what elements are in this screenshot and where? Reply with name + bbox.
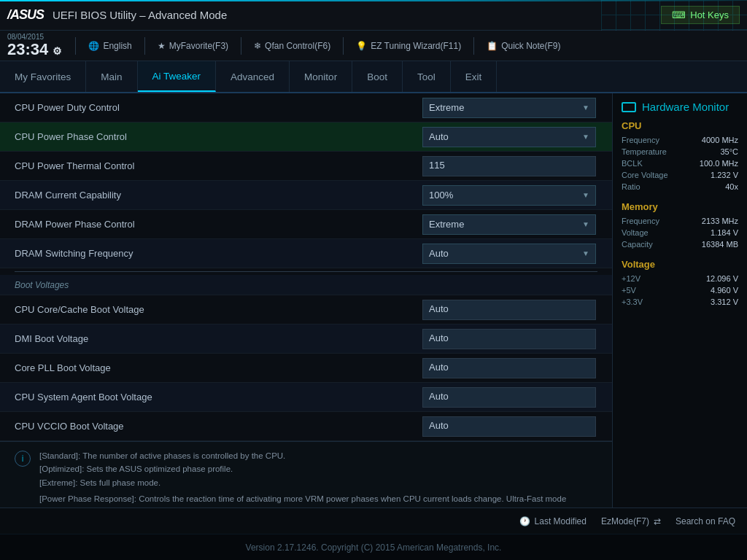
dram-switching-frequency-dropdown[interactable]: Auto ▼ (422, 244, 596, 264)
globe-icon: 🌐 (88, 41, 99, 51)
cpu-vccio-boot-voltage-row: CPU VCCIO Boot Voltage Auto (0, 412, 612, 441)
info-line-0: [Standard]: The number of active phases … (39, 449, 597, 462)
tab-ai-tweaker[interactable]: Ai Tweaker (138, 61, 217, 92)
tab-main[interactable]: Main (86, 61, 137, 92)
my-favorite-button[interactable]: ★ MyFavorite(F3) (151, 37, 235, 55)
dmi-boot-value: Auto (429, 332, 449, 343)
arrows-icon: ⇄ (654, 516, 661, 526)
dram-current-capability-control: 100% ▼ (422, 185, 597, 206)
language-selector[interactable]: 🌐 English (82, 37, 138, 55)
chevron-down-icon: ▼ (582, 220, 589, 228)
tab-main-label: Main (101, 71, 122, 82)
tab-ai-tweaker-label: Ai Tweaker (152, 71, 201, 82)
language-label: English (103, 41, 131, 51)
cpu-power-phase-control-row: CPU Power Phase Control Auto ▼ (0, 122, 612, 152)
ez-tuning-button[interactable]: 💡 EZ Tuning Wizard(F11) (349, 37, 468, 55)
dram-power-phase-control-row: DRAM Power Phase Control Extreme ▼ (0, 210, 612, 239)
tab-my-favorites-label: My Favorites (15, 71, 71, 82)
voltage-3v3-value: 3.312 V (711, 298, 738, 306)
dram-switching-frequency-row: DRAM Switching Frequency Auto ▼ (0, 239, 612, 268)
memory-capacity-label: Capacity (622, 240, 653, 249)
cpu-core-voltage-row: Core Voltage 1.232 V (622, 171, 738, 179)
core-pll-boot-voltage-control: Auto (422, 358, 597, 378)
memory-capacity-value: 16384 MB (702, 240, 738, 249)
tab-exit[interactable]: Exit (451, 61, 498, 92)
info-icon: i (15, 451, 31, 467)
tab-monitor[interactable]: Monitor (290, 61, 352, 92)
dram-current-capability-row: DRAM Current Capability 100% ▼ (0, 181, 612, 210)
cpu-monitor-title: CPU (622, 120, 738, 131)
clock-icon: 🕐 (519, 516, 530, 526)
cpu-power-thermal-control-label: CPU Power Thermal Control (15, 160, 422, 171)
memory-monitor-section: Memory Frequency 2133 MHz Voltage 1.184 … (622, 201, 738, 249)
cpu-ratio-value: 40x (725, 182, 738, 191)
settings-panel: CPU Power Duty Control Extreme ▼ CPU Pow… (0, 93, 612, 508)
info-line-3: [Power Phase Response]: Controls the rea… (39, 492, 597, 508)
memory-voltage-label: Voltage (622, 228, 649, 237)
quick-note-label: Quick Note(F9) (501, 41, 560, 51)
gear-icon[interactable]: ⚙ (53, 45, 62, 57)
voltage-3v3-label: +3.3V (622, 298, 643, 306)
header: /ASUS UEFI BIOS Utility – Advanced Mode … (0, 0, 747, 31)
asus-logo: /ASUS (7, 7, 44, 23)
bulb-icon: 💡 (356, 41, 367, 51)
search-faq-button[interactable]: Search on FAQ (676, 516, 735, 526)
tab-advanced[interactable]: Advanced (216, 61, 290, 92)
voltage-3v3-row: +3.3V 3.312 V (622, 298, 738, 306)
chevron-down-icon: ▼ (582, 133, 589, 141)
boot-voltages-section: Boot Voltages (0, 275, 612, 295)
dram-power-phase-control-dropdown[interactable]: Extreme ▼ (422, 214, 596, 235)
tab-monitor-label: Monitor (304, 71, 337, 82)
chevron-down-icon: ▼ (582, 191, 589, 199)
tab-boot[interactable]: Boot (352, 61, 403, 92)
tab-tool[interactable]: Tool (403, 61, 451, 92)
dmi-boot-voltage-label: DMI Boot Voltage (15, 333, 422, 344)
dram-switching-frequency-control: Auto ▼ (422, 244, 597, 264)
voltage-12v-label: +12V (622, 274, 640, 283)
cpu-power-thermal-value: 115 (429, 160, 445, 171)
cpu-core-voltage-value: 1.232 V (711, 171, 738, 179)
cpu-system-agent-boot-voltage-value: Auto (422, 387, 596, 408)
tab-my-favorites[interactable]: My Favorites (0, 61, 86, 92)
cpu-power-duty-control-dropdown[interactable]: Extreme ▼ (422, 98, 596, 118)
dram-current-capability-dropdown[interactable]: 100% ▼ (422, 185, 596, 206)
qfan-label: Qfan Control(F6) (265, 41, 330, 51)
monitor-icon (622, 102, 636, 112)
memory-frequency-label: Frequency (622, 217, 659, 225)
myfavorite-label: MyFavorite(F3) (169, 41, 228, 51)
qfan-control-button[interactable]: ❄ Qfan Control(F6) (247, 37, 337, 55)
header-title: UEFI BIOS Utility – Advanced Mode (53, 9, 227, 21)
cpu-temperature-row: Temperature 35°C (622, 147, 738, 156)
last-modified-label: Last Modified (535, 516, 587, 526)
info-panel: i [Standard]: The number of active phase… (0, 441, 612, 508)
cpu-frequency-value: 4000 MHz (702, 136, 738, 144)
search-faq-label: Search on FAQ (676, 516, 735, 526)
last-modified-button[interactable]: 🕐 Last Modified (519, 516, 587, 526)
ez-tuning-label: EZ Tuning Wizard(F11) (371, 41, 461, 51)
cpu-vccio-boot-voltage-label: CPU VCCIO Boot Voltage (15, 421, 422, 432)
cpu-power-phase-control-value: Auto (429, 131, 449, 142)
info-line-2: [Extreme]: Sets full phase mode. (39, 476, 597, 489)
memory-voltage-row: Voltage 1.184 V (622, 228, 738, 237)
cpu-power-thermal-control-value: 115 (422, 156, 596, 176)
memory-capacity-row: Capacity 16384 MB (622, 240, 738, 249)
chevron-down-icon: ▼ (582, 249, 589, 257)
core-pll-boot-voltage-label: Core PLL Boot Voltage (15, 362, 422, 373)
cpu-power-phase-control-dropdown[interactable]: Auto ▼ (422, 127, 596, 147)
cpu-power-phase-control-control: Auto ▼ (422, 127, 597, 147)
cpu-system-agent-boot-voltage-row: CPU System Agent Boot Voltage Auto (0, 383, 612, 412)
cpu-frequency-row: Frequency 4000 MHz (622, 136, 738, 144)
info-line-1: [Optimized]: Sets the ASUS optimized pha… (39, 462, 597, 475)
cpu-power-phase-control-label: CPU Power Phase Control (15, 131, 422, 142)
core-pll-boot-voltage-row: Core PLL Boot Voltage Auto (0, 354, 612, 383)
dram-current-capability-label: DRAM Current Capability (15, 190, 422, 201)
dram-switching-frequency-label: DRAM Switching Frequency (15, 248, 422, 259)
chevron-down-icon: ▼ (582, 104, 589, 112)
note-icon: 📋 (487, 41, 498, 51)
voltage-5v-row: +5V 4.960 V (622, 286, 738, 295)
quick-note-button[interactable]: 📋 Quick Note(F9) (480, 37, 567, 55)
ez-mode-button[interactable]: EzMode(F7) ⇄ (601, 516, 661, 526)
dmi-boot-voltage-row: DMI Boot Voltage Auto (0, 324, 612, 354)
cpu-core-cache-boot-voltage-label: CPU Core/Cache Boot Voltage (15, 304, 422, 315)
voltage-12v-row: +12V 12.096 V (622, 274, 738, 283)
